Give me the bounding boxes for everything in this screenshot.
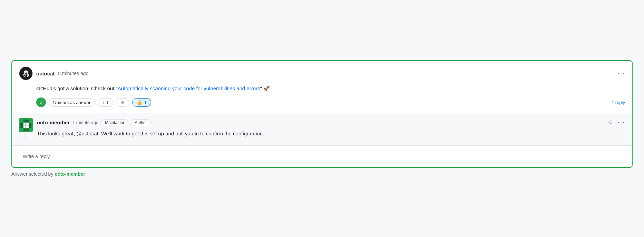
reply-author-name: octo-member bbox=[37, 120, 70, 125]
emoji-picker-button[interactable]: ☺ bbox=[116, 98, 129, 107]
reply-more-options[interactable]: ··· bbox=[618, 119, 625, 126]
unmark-answer-button[interactable]: Unmark as answer bbox=[49, 98, 95, 107]
reply-section: octo-member 1 minute ago Maintainer Auth… bbox=[12, 113, 632, 167]
reply-avatar bbox=[19, 118, 33, 132]
write-reply-input[interactable] bbox=[18, 150, 626, 163]
reply-header: octo-member 1 minute ago Maintainer Auth… bbox=[37, 118, 625, 127]
reply-count[interactable]: 1 reply bbox=[612, 100, 625, 105]
maintainer-badge: Maintainer bbox=[101, 119, 128, 126]
upvote-count: 1 bbox=[106, 100, 109, 105]
footer-prefix: Answer selected by bbox=[11, 171, 55, 177]
answer-check-icon: ✓ bbox=[36, 97, 46, 107]
main-timestamp: 8 minutes ago bbox=[58, 71, 88, 76]
main-comment: octocat 8 minutes ago ··· GitHub's got a… bbox=[12, 61, 632, 113]
page-container: octocat 8 minutes ago ··· GitHub's got a… bbox=[11, 60, 633, 177]
body-link[interactable]: Automatically scanning your code for vul… bbox=[118, 85, 260, 91]
reply-actions-right: ☺ ··· bbox=[606, 118, 625, 127]
reply-avatar-col bbox=[19, 118, 33, 140]
timeline-line bbox=[26, 133, 26, 140]
thumbsup-reaction-button[interactable]: 👍 1 bbox=[132, 98, 151, 107]
upvote-button[interactable]: ↑ 1 bbox=[98, 98, 113, 107]
svg-point-1 bbox=[24, 70, 28, 74]
main-comment-body: GitHub's got a solution. Check out "Auto… bbox=[19, 84, 625, 93]
comment-header: octocat 8 minutes ago ··· bbox=[19, 66, 625, 80]
more-options-button[interactable]: ··· bbox=[618, 70, 625, 77]
reply-inner: octo-member 1 minute ago Maintainer Auth… bbox=[19, 118, 625, 140]
svg-point-2 bbox=[25, 72, 26, 73]
body-suffix: " 🚀 bbox=[260, 85, 270, 91]
reply-emoji-button[interactable]: ☺ bbox=[606, 118, 615, 127]
reply-timestamp: 1 minute ago bbox=[72, 120, 98, 125]
thumbsup-emoji: 👍 bbox=[137, 100, 142, 105]
reply-body-text: This looks great, @octocat! We'll work t… bbox=[37, 131, 264, 136]
avatar bbox=[19, 66, 33, 80]
comment-thread: octocat 8 minutes ago ··· GitHub's got a… bbox=[11, 60, 633, 168]
svg-point-3 bbox=[26, 72, 27, 73]
reply-content: octo-member 1 minute ago Maintainer Auth… bbox=[37, 118, 625, 138]
author-row: octocat 8 minutes ago bbox=[19, 66, 88, 80]
reply-body: This looks great, @octocat! We'll work t… bbox=[37, 130, 625, 138]
author-badge: Author bbox=[131, 119, 150, 126]
comment-actions: ✓ Unmark as answer ↑ 1 ☺ 👍 1 1 reply bbox=[19, 97, 625, 107]
thumbsup-count: 1 bbox=[144, 100, 146, 105]
upvote-icon: ↑ bbox=[102, 100, 105, 105]
answer-footer: Answer selected by octo-member bbox=[11, 171, 633, 177]
write-reply-box bbox=[12, 145, 632, 167]
reply-comment: octo-member 1 minute ago Maintainer Auth… bbox=[12, 113, 632, 145]
emoji-icon: ☺ bbox=[120, 100, 125, 105]
body-prefix: GitHub's got a solution. Check out bbox=[36, 85, 116, 91]
main-author-name: octocat bbox=[36, 71, 55, 76]
footer-selector: octo-member bbox=[55, 171, 85, 177]
